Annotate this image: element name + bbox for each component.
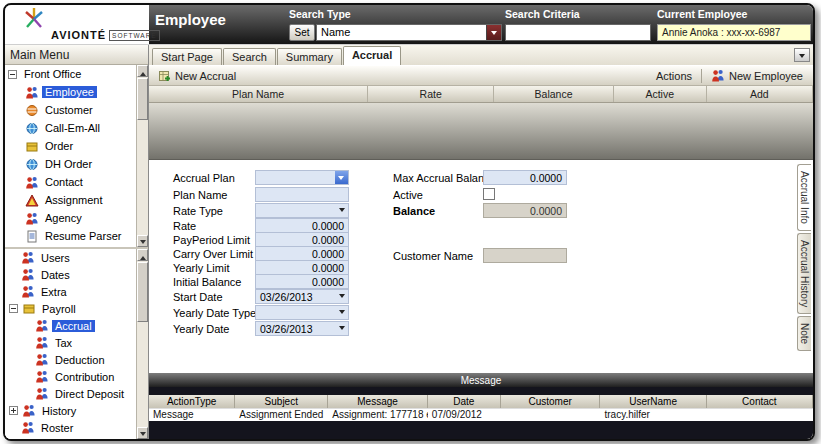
back-office-pane: Users Dates Extra Payroll Accrual Tax De…: [5, 249, 148, 439]
set-button[interactable]: Set: [289, 24, 315, 41]
initial-balance-input[interactable]: 0.0000: [255, 274, 349, 289]
rate-type-combobox[interactable]: [255, 203, 349, 218]
sidebar-item-tax[interactable]: Tax: [5, 334, 148, 351]
tab-start-page[interactable]: Start Page: [152, 48, 222, 65]
sidebar-scrollbar[interactable]: [136, 249, 148, 439]
yearly-limit-input[interactable]: 0.0000: [255, 260, 349, 275]
scroll-down-icon[interactable]: [137, 235, 148, 247]
carry-over-limit-label: Carry Over Limit: [173, 248, 253, 260]
sidebar-item-extra[interactable]: Extra: [5, 283, 148, 300]
new-accrual-button[interactable]: New Accrual: [154, 69, 241, 83]
expand-icon[interactable]: [9, 406, 18, 415]
yearly-date-picker[interactable]: 03/26/2013: [255, 321, 349, 336]
collapse-icon[interactable]: [9, 304, 18, 313]
message-table-row[interactable]: Message Assignment Ended Assignment: 177…: [149, 408, 813, 421]
cell-customer: [501, 409, 601, 421]
carry-over-limit-input[interactable]: 0.0000: [255, 246, 349, 261]
customer-name-label: Customer Name: [393, 250, 473, 262]
column-header-balance[interactable]: Balance: [494, 86, 614, 102]
sidebar-item-deduction[interactable]: Deduction: [5, 351, 148, 368]
rate-type-label: Rate Type: [173, 205, 223, 217]
sidebar-item-contribution[interactable]: Contribution: [5, 368, 148, 385]
sidebar-item-assignment-bottom[interactable]: Assignment: [5, 436, 148, 439]
dropdown-arrow-icon[interactable]: [339, 310, 345, 317]
side-tab-accrual-info[interactable]: Accrual Info: [797, 164, 811, 231]
column-header-customer[interactable]: Customer: [501, 395, 601, 408]
rate-input[interactable]: 0.0000: [255, 218, 349, 233]
column-header-plan-name[interactable]: Plan Name: [149, 86, 368, 102]
side-tab-accrual-history[interactable]: Accrual History: [797, 233, 811, 314]
actions-button[interactable]: Actions: [651, 69, 697, 83]
cell-date: 07/09/2012: [428, 409, 501, 421]
scroll-up-icon[interactable]: [137, 65, 148, 77]
tab-accrual[interactable]: Accrual: [343, 46, 401, 65]
brand-text: AVIONTÉ: [51, 29, 106, 41]
dropdown-arrow-icon[interactable]: [486, 25, 501, 40]
column-header-rate[interactable]: Rate: [368, 86, 494, 102]
column-header-message[interactable]: Message: [328, 395, 428, 408]
sidebar-scrollbar[interactable]: [136, 65, 148, 247]
yearly-date-type-combobox[interactable]: [255, 305, 349, 320]
cell-subject: Assignment Ended: [235, 409, 328, 421]
scroll-up-icon[interactable]: [137, 249, 148, 261]
customer-icon: [25, 104, 39, 117]
dropdown-arrow-icon[interactable]: [339, 326, 345, 333]
sidebar-item-accrual[interactable]: Accrual: [5, 317, 148, 334]
max-accrual-balance-input[interactable]: 0.0000: [483, 170, 567, 185]
side-tab-strip: Accrual Info Accrual History Note: [797, 164, 813, 353]
order-icon: [25, 140, 39, 153]
contribution-icon: [35, 370, 49, 383]
dropdown-arrow-icon[interactable]: [335, 171, 348, 184]
max-accrual-balance-label: Max Accrual Balance: [393, 172, 496, 184]
search-criteria-input[interactable]: [505, 24, 651, 41]
accrual-icon: [35, 319, 49, 332]
start-date-picker[interactable]: 03/26/2013: [255, 289, 349, 304]
column-header-subject[interactable]: Subject: [235, 395, 328, 408]
sidebar-node-payroll[interactable]: Payroll: [5, 300, 148, 317]
sidebar-item-customer[interactable]: Customer: [5, 101, 148, 119]
column-header-username[interactable]: UserName: [600, 395, 706, 408]
sidebar-item-contact[interactable]: Contact: [5, 173, 148, 191]
dh-order-icon: [25, 158, 39, 171]
column-header-add[interactable]: Add: [707, 86, 813, 102]
sidebar-item-dates[interactable]: Dates: [5, 266, 148, 283]
side-tab-note[interactable]: Note: [797, 316, 811, 351]
column-header-actiontype[interactable]: ActionType: [149, 395, 235, 408]
payperiod-limit-label: PayPeriod Limit: [173, 234, 250, 246]
dropdown-arrow-icon[interactable]: [339, 208, 345, 215]
sidebar-node-front-office[interactable]: Front Office: [5, 65, 148, 83]
dropdown-arrow-icon[interactable]: [339, 294, 345, 301]
sidebar-item-users[interactable]: Users: [5, 249, 148, 266]
yearly-date-label: Yearly Date: [173, 323, 229, 335]
header: AVIONTÉ SOFTWARE Employee Search Type Se…: [5, 5, 813, 45]
sidebar-item-assignment[interactable]: Assignment: [5, 191, 148, 209]
sidebar-node-history[interactable]: History: [5, 402, 148, 419]
sidebar-item-call-em-all[interactable]: Call-Em-All: [5, 119, 148, 137]
tab-search[interactable]: Search: [223, 48, 276, 65]
sidebar-item-resume-parser[interactable]: Resume Parser: [5, 227, 148, 245]
payperiod-limit-input[interactable]: 0.0000: [255, 232, 349, 247]
column-header-active[interactable]: Active: [614, 86, 707, 102]
sidebar-item-order[interactable]: Order: [5, 137, 148, 155]
sidebar-item-employee[interactable]: Employee: [5, 83, 148, 101]
scrollbar-thumb[interactable]: [137, 78, 148, 120]
scrollbar-thumb[interactable]: [137, 262, 148, 322]
collapse-icon[interactable]: [8, 70, 17, 79]
sidebar: Main Menu Front Office Employee Customer…: [5, 45, 149, 439]
search-type-combobox[interactable]: Name: [316, 24, 502, 41]
roster-icon: [21, 421, 35, 434]
avionte-logo-icon: [21, 6, 47, 30]
sidebar-item-agency[interactable]: Agency: [5, 209, 148, 227]
tab-overflow-button[interactable]: [794, 48, 810, 62]
sidebar-item-roster[interactable]: Roster: [5, 419, 148, 436]
sidebar-item-dh-order[interactable]: DH Order: [5, 155, 148, 173]
column-header-contact[interactable]: Contact: [707, 395, 813, 408]
active-checkbox[interactable]: [483, 188, 495, 200]
new-employee-button[interactable]: New Employee: [706, 68, 808, 83]
tab-summary[interactable]: Summary: [277, 48, 342, 65]
new-employee-icon: [711, 69, 725, 82]
sidebar-item-direct-deposit[interactable]: Direct Deposit: [5, 385, 148, 402]
column-header-date[interactable]: Date: [428, 395, 501, 408]
plan-name-input[interactable]: [255, 187, 349, 202]
scroll-down-icon[interactable]: [137, 427, 148, 439]
